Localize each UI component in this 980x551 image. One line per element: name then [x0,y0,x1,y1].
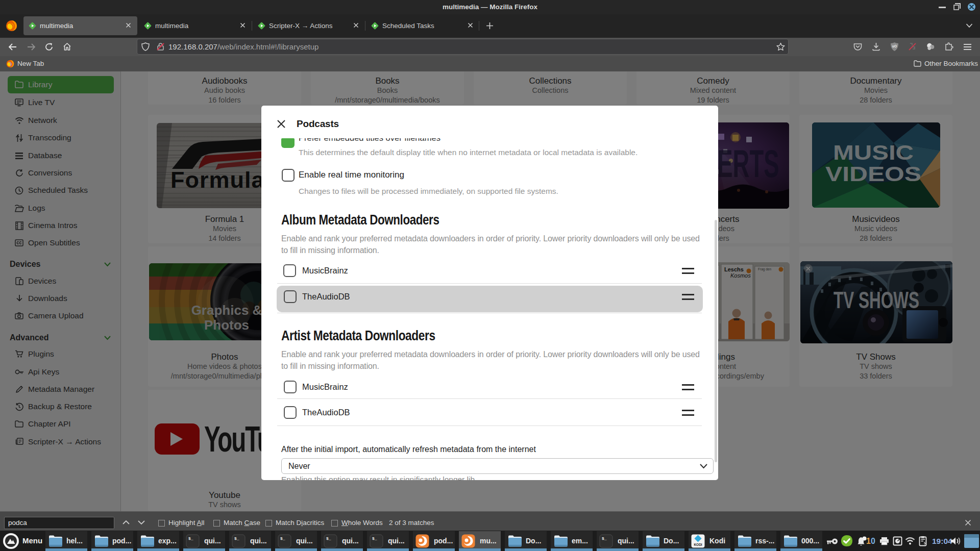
svg-text:$_: $_ [372,536,377,541]
svg-text:$_: $_ [234,536,239,541]
svg-text:$_: $_ [602,536,607,541]
svg-text:$_: $_ [326,536,331,541]
svg-text:KODI: KODI [694,543,702,546]
svg-text:$_: $_ [280,536,285,541]
svg-text:uO: uO [892,44,897,48]
svg-text:$_: $_ [188,536,193,541]
